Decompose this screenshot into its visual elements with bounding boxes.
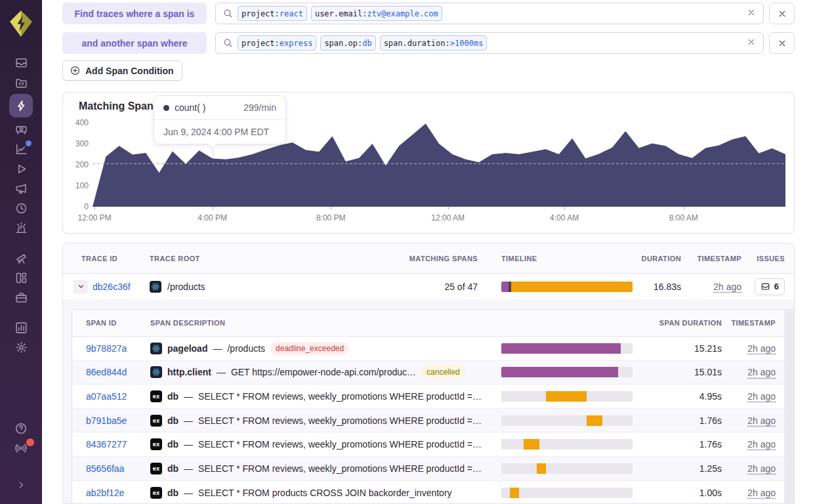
spans-table-header: SPAN IDSPAN DESCRIPTIONSPAN DURATIONTIME… (72, 310, 785, 337)
sidebar-item-whats-new[interactable] (9, 438, 33, 458)
sidebar-item-performance[interactable] (9, 139, 33, 159)
subtable-scrollbar[interactable] (784, 309, 794, 504)
clear-search-icon[interactable] (746, 37, 757, 50)
filter-token[interactable]: span.duration:>1000ms (380, 35, 488, 51)
span-duration: 1.76s (633, 439, 722, 450)
filter-token[interactable]: span.op:db (320, 35, 375, 51)
filter-token[interactable]: user.email:ztv@example.com (311, 6, 442, 21)
delete-condition-button[interactable] (769, 32, 795, 54)
sentry-diamond-logo[interactable] (9, 9, 33, 38)
sidebar-item-explore[interactable] (9, 72, 33, 92)
add-span-condition-label: Add Span Condition (85, 66, 174, 76)
column-header: TIMESTAMP (722, 319, 786, 327)
chevron-down-icon (76, 282, 86, 291)
condition-label: Find traces where a span is (62, 3, 207, 24)
react-platform-icon (150, 343, 162, 354)
span-timeline-bar (501, 415, 633, 426)
span-timeline-bar (501, 391, 633, 402)
x-axis-tick-label: 12:00 AM (431, 213, 465, 222)
span-duration: 15.01s (633, 367, 722, 377)
timeline-segment (587, 415, 602, 426)
traces-table-panel: TRACE IDTRACE ROOTMATCHING SPANSTIMELINE… (62, 243, 795, 504)
sidebar-item-crons[interactable] (9, 198, 33, 218)
collapse-trace-button[interactable] (73, 280, 88, 294)
span-id-link[interactable]: 84367277 (86, 439, 127, 450)
span-id-link[interactable]: 86ed844d (86, 367, 127, 377)
span-timestamp[interactable]: 2h ago (747, 367, 776, 377)
issues-count-badge[interactable]: 6 (755, 278, 785, 295)
clear-search-icon[interactable] (746, 7, 757, 20)
span-id-link[interactable]: b791ba5e (86, 415, 127, 426)
sidebar-item-alerts[interactable] (9, 218, 33, 238)
sidebar-item-feedback[interactable] (9, 178, 33, 198)
sidebar-item-traces[interactable] (9, 94, 33, 117)
x-axis-tick (213, 207, 213, 210)
sidebar-item-help[interactable] (9, 419, 33, 438)
span-id-link[interactable]: ab2bf12e (86, 488, 124, 498)
trace-id-link[interactable]: db26c36f (93, 282, 131, 292)
series-dot-icon (163, 105, 169, 111)
token-value: express (280, 39, 313, 48)
separator: — (184, 488, 193, 498)
span-timestamp[interactable]: 2h ago (747, 439, 776, 450)
span-timeline-bar (501, 463, 633, 474)
trace-timestamp[interactable]: 2h ago (713, 282, 741, 292)
token-key: project: (241, 9, 280, 18)
sidebar-item-stats[interactable] (9, 318, 33, 337)
telescope-icon (14, 251, 28, 265)
span-row[interactable]: ab2bf12eexdb—SELECT * FROM products CROS… (72, 481, 785, 504)
span-filter-search-input[interactable]: project:expressspan.op:dbspan.duration:>… (215, 32, 764, 54)
span-filter-search-input[interactable]: project:reactuser.email:ztv@example.com (215, 3, 764, 24)
span-timestamp[interactable]: 2h ago (747, 463, 776, 474)
token-value: ztv@example.com (367, 9, 438, 18)
sidebar-item-collapse[interactable] (9, 475, 33, 495)
span-id-link[interactable]: 9b78827a (86, 343, 127, 354)
timeline-segment (511, 282, 633, 292)
separator: — (217, 367, 226, 377)
clock-icon (14, 201, 28, 215)
column-header: DURATION (633, 255, 681, 262)
span-row[interactable]: 85656faaexdb—SELECT * FROM reviews, week… (72, 457, 785, 481)
timeline-segment (501, 343, 621, 354)
span-timestamp[interactable]: 2h ago (747, 391, 776, 402)
span-op: db (167, 488, 178, 498)
sidebar-item-dashboards[interactable] (9, 268, 33, 287)
span-id-link[interactable]: a07aa512 (86, 391, 127, 402)
token-key: span.op: (324, 39, 362, 48)
sidebar-item-issues[interactable] (9, 52, 33, 72)
filter-token[interactable]: project:express (238, 35, 316, 51)
span-row[interactable]: 9b78827apageload—/productsdeadline_excee… (72, 337, 785, 361)
span-timestamp[interactable]: 2h ago (747, 343, 776, 354)
x-axis-tick-label: 8:00 AM (669, 213, 698, 222)
sidebar-item-projects[interactable] (9, 287, 33, 307)
span-row[interactable]: 86ed844dhttp.client—GET https://empower-… (72, 361, 785, 385)
sidebar-item-releases[interactable] (9, 159, 33, 178)
red-notification-dot (26, 438, 34, 446)
sidebar-item-insights[interactable] (9, 119, 33, 139)
condition-label: and another span where (62, 32, 207, 54)
span-row[interactable]: 84367277exdb—SELECT * FROM reviews, week… (72, 432, 785, 457)
search-icon (222, 37, 234, 49)
sidebar-item-settings[interactable] (9, 337, 33, 357)
span-id-link[interactable]: 85656faa (86, 463, 124, 474)
x-axis-tick (331, 207, 331, 210)
y-axis-tick-label: 400 (65, 118, 89, 127)
span-row[interactable]: a07aa512exdb—SELECT * FROM reviews, week… (72, 385, 785, 409)
span-row[interactable]: b791ba5eexdb—SELECT * FROM reviews, week… (72, 409, 785, 433)
x-axis-tick-label: 4:00 PM (198, 213, 227, 222)
span-description: SELECT * FROM reviews, weekly_promotions… (198, 391, 482, 402)
trace-timeline-bar (501, 282, 633, 292)
sidebar-item-discover[interactable] (9, 248, 33, 268)
span-timeline-bar (501, 367, 633, 377)
span-duration: 1.76s (633, 415, 722, 426)
delete-condition-button[interactable] (769, 3, 795, 24)
search-icon (222, 8, 234, 19)
span-timeline-bar (501, 439, 633, 450)
trace-row[interactable]: db26c36f /products 25 of 47 16.83s 2h ag… (63, 274, 794, 299)
timeline-segment (537, 463, 546, 474)
filter-token[interactable]: project:react (238, 6, 307, 21)
span-timestamp[interactable]: 2h ago (747, 415, 776, 426)
add-span-condition-button[interactable]: Add Span Condition (62, 60, 182, 81)
span-timestamp[interactable]: 2h ago (747, 488, 776, 498)
plus-circle-icon (70, 65, 81, 76)
